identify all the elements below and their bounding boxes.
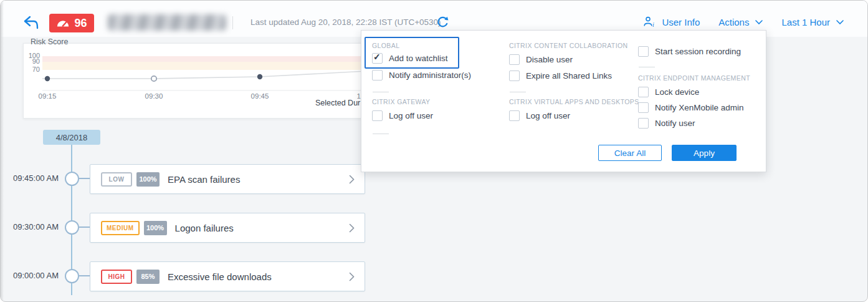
section-header-content-collaboration: CITRIX CONTENT COLLABORATION [509, 42, 628, 49]
user-name-redacted [108, 14, 226, 31]
data-point-0945 [257, 74, 262, 79]
checkbox-row-add-to-watchlist[interactable]: Add to watchlist [372, 53, 448, 64]
checkbox[interactable] [509, 71, 520, 81]
selected-duration-label: Selected Dur [315, 99, 360, 107]
checkbox-row-notify-administrators[interactable]: Notify administrator(s) [372, 70, 471, 80]
back-button[interactable] [23, 16, 39, 29]
chevron-right-icon[interactable] [349, 175, 355, 184]
section-divider [373, 134, 389, 134]
section-divider [510, 92, 526, 92]
event-card-logon-failures[interactable]: MEDIUM 100% Logon failures [90, 213, 365, 243]
xtick-0945: 09:45 [246, 92, 274, 100]
chevron-down-icon [755, 20, 763, 25]
data-point-0915 [45, 76, 50, 81]
timeline-node-circle [65, 172, 79, 186]
severity-badge: MEDIUM [101, 221, 140, 235]
timeline-node-circle [65, 269, 79, 283]
severity-badge: HIGH [101, 270, 132, 284]
window-edge [1, 1, 4, 301]
user-info-label: User Info [662, 17, 700, 27]
last-updated-text: Last updated Aug 20, 2018, 22:28 IST (UT… [250, 17, 441, 27]
xtick-0930: 09:30 [140, 92, 168, 100]
severity-badge: LOW [101, 172, 132, 187]
section-divider [639, 67, 655, 67]
checkbox-label: Lock device [655, 87, 699, 97]
actions-dropdown[interactable]: Actions [718, 17, 763, 27]
risk-score-badge: 96 [49, 14, 94, 32]
refresh-icon [436, 16, 449, 29]
checkbox-label: Start session recording [655, 47, 741, 56]
chart-ylabel: Risk Score [31, 37, 68, 46]
checkbox-label: Notify XenMobile admin [655, 103, 744, 112]
event-time: 09:45:00 AM [3, 164, 59, 193]
checkbox-label: Log off user [526, 111, 570, 120]
event-title: EPA scan failures [168, 174, 240, 185]
xtick-0915: 09:15 [34, 92, 61, 100]
checkbox-row-disable-user[interactable]: Disable user [509, 54, 573, 65]
data-point-0930 [151, 76, 156, 81]
checkbox-row-log-off-user-gateway[interactable]: Log off user [372, 110, 433, 121]
timeline-connector [79, 178, 90, 179]
timeline-date-badge: 4/8/2018 [43, 130, 100, 145]
risk-score-value: 96 [74, 17, 87, 30]
actions-label: Actions [718, 17, 749, 27]
confidence-badge: 85% [136, 270, 160, 284]
checkbox-label: Add to watchlist [389, 54, 448, 63]
timeline-connector [79, 275, 90, 276]
checkbox-row-log-off-user-vad[interactable]: Log off user [509, 110, 570, 121]
section-header-citrix-gateway: CITRIX GATEWAY [372, 98, 431, 105]
user-info-icon: i [644, 16, 656, 28]
checkbox-row-lock-device[interactable]: Lock device [638, 87, 699, 97]
actions-menu-popup: GLOBAL Add to watchlist Notify administr… [361, 30, 766, 172]
section-header-global: GLOBAL [372, 42, 399, 49]
confidence-badge: 100% [144, 221, 167, 235]
app-window: 96 Last updated Aug 20, 2018, 22:28 IST … [0, 0, 868, 302]
section-header-endpoint-management: CITRIX ENDPOINT MANAGEMENT [638, 74, 750, 82]
section-divider [373, 92, 389, 92]
checkbox[interactable] [509, 54, 520, 65]
checkbox-row-expire-shared-links[interactable]: Expire all Shared Links [509, 71, 612, 81]
event-title: Logon failures [175, 223, 234, 233]
checkbox[interactable] [638, 87, 649, 97]
checkbox[interactable] [509, 110, 520, 121]
event-title: Excessive file downloads [168, 271, 272, 282]
event-card-excessive-file-downloads[interactable]: HIGH 85% Excessive file downloads [90, 261, 365, 291]
clear-all-button[interactable]: Clear All [598, 145, 662, 161]
chevron-down-icon [836, 20, 844, 25]
checkbox[interactable] [372, 110, 383, 121]
event-card-epa-scan-failures[interactable]: LOW 100% EPA scan failures [90, 164, 365, 194]
checkbox[interactable] [372, 70, 383, 80]
event-time: 09:00:00 AM [3, 261, 59, 290]
checkbox[interactable] [638, 46, 649, 57]
ytick-90: 90 [24, 57, 40, 65]
back-arrow-icon [23, 16, 39, 29]
checkbox-label: Log off user [389, 111, 433, 120]
checkbox-checked[interactable] [372, 53, 383, 64]
svg-text:i: i [652, 21, 654, 28]
gauge-icon [56, 19, 70, 27]
ytick-70: 70 [24, 66, 40, 73]
time-range-dropdown[interactable]: Last 1 Hour [781, 17, 844, 27]
checkbox-label: Notify administrator(s) [389, 71, 471, 80]
checkbox-row-start-session-recording[interactable]: Start session recording [638, 46, 741, 57]
checkbox-row-notify-user[interactable]: Notify user [638, 118, 695, 129]
time-range-label: Last 1 Hour [781, 17, 830, 27]
chevron-right-icon[interactable] [349, 223, 355, 233]
user-info-button[interactable]: i User Info [644, 16, 700, 28]
refresh-button[interactable] [436, 16, 449, 29]
timeline-node-circle [65, 220, 79, 235]
timeline-event-row: 09:00:00 AM HIGH 85% Excessive file down… [1, 261, 374, 290]
checkbox-label: Expire all Shared Links [526, 71, 612, 80]
apply-button[interactable]: Apply [672, 145, 737, 161]
confidence-badge: 100% [136, 172, 160, 187]
checkbox[interactable] [638, 118, 649, 129]
section-header-virtual-apps: CITRIX VIRTUAL APPS AND DESKTOPS [509, 98, 639, 105]
timeline-event-row: 09:30:00 AM MEDIUM 100% Logon failures [1, 213, 374, 241]
chevron-right-icon[interactable] [349, 272, 355, 281]
checkbox-label: Notify user [655, 119, 695, 128]
topbar-divider [232, 16, 233, 29]
checkbox-label: Disable user [526, 55, 573, 64]
checkbox-row-notify-xenmobile-admin[interactable]: Notify XenMobile admin [638, 102, 744, 113]
checkbox[interactable] [638, 102, 649, 113]
timeline-connector [79, 226, 90, 228]
